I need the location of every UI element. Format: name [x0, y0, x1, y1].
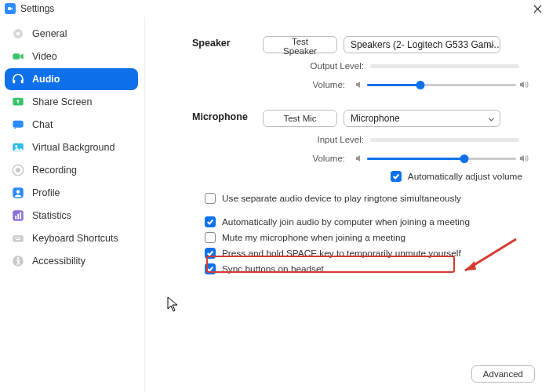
speaker-heading: Speaker: [192, 36, 263, 99]
input-level-meter: [370, 138, 519, 142]
svg-rect-17: [13, 235, 24, 241]
sync-headset-label: Sync buttons on headset: [222, 263, 324, 274]
sidebar-item-label: Virtual Background: [32, 142, 115, 153]
speaker-section: Speaker Test Speaker Speakers (2- Logite…: [192, 36, 532, 99]
auto-join-audio-checkbox[interactable]: Automatically join audio by computer whe…: [205, 216, 532, 227]
sidebar-item-label: Video: [32, 51, 57, 62]
sidebar-item-recording[interactable]: Recording: [5, 159, 138, 181]
sync-headset-checkbox[interactable]: Sync buttons on headset: [205, 263, 532, 274]
test-mic-button[interactable]: Test Mic: [263, 110, 337, 127]
svg-rect-20: [18, 238, 20, 239]
speaker-volume-slider[interactable]: [367, 78, 516, 91]
auto-join-audio-label: Automatically join audio by computer whe…: [222, 216, 470, 227]
content-pane: Speaker Test Speaker Speakers (2- Logite…: [145, 17, 549, 392]
sidebar-item-share-screen[interactable]: Share Screen: [5, 91, 138, 113]
auto-adjust-checkbox[interactable]: Automatically adjust volume: [391, 171, 522, 182]
mute-on-join-label: Mute my microphone when joining a meetin…: [222, 232, 405, 243]
sidebar-item-label: Recording: [32, 165, 77, 176]
svg-point-12: [16, 190, 20, 194]
mute-on-join-checkbox[interactable]: Mute my microphone when joining a meetin…: [205, 232, 532, 243]
microphone-section: Microphone Test Mic Microphone Input Lev…: [192, 110, 532, 182]
chevron-down-icon: [488, 42, 495, 49]
sidebar-item-keyboard-shortcuts[interactable]: Keyboard Shortcuts: [5, 227, 138, 249]
svg-point-8: [15, 145, 17, 147]
checkbox-icon: [205, 193, 216, 204]
svg-rect-4: [21, 80, 24, 84]
sidebar-item-label: Share Screen: [32, 96, 92, 107]
separate-audio-checkbox[interactable]: Use separate audio device to play ringto…: [205, 193, 532, 204]
accessibility-icon: [11, 254, 25, 268]
close-button[interactable]: [530, 2, 544, 16]
space-unmute-checkbox[interactable]: Press and hold SPACE key to temporarily …: [205, 248, 532, 259]
input-level-label: Input Level:: [318, 135, 364, 144]
keyboard-icon: [11, 231, 25, 245]
record-icon: [11, 163, 25, 177]
sidebar-item-label: Profile: [32, 187, 60, 198]
svg-rect-18: [15, 238, 16, 239]
share-screen-icon: [11, 95, 25, 109]
sidebar-item-label: Audio: [32, 74, 60, 85]
test-speaker-button[interactable]: Test Speaker: [263, 36, 337, 53]
sidebar-item-accessibility[interactable]: Accessibility: [5, 250, 138, 272]
profile-icon: [11, 186, 25, 200]
chat-icon: [11, 118, 25, 132]
volume-high-icon: [519, 154, 529, 163]
speaker-device-value: Speakers (2- Logitech G533 Gami…: [351, 39, 500, 50]
gear-icon: [11, 27, 25, 41]
volume-low-icon: [354, 80, 364, 89]
svg-rect-2: [13, 53, 20, 60]
sidebar-item-label: Accessibility: [32, 256, 85, 267]
auto-adjust-label: Automatically adjust volume: [408, 171, 522, 182]
speaker-device-select[interactable]: Speakers (2- Logitech G533 Gami…: [344, 36, 500, 53]
mic-device-value: Microphone: [351, 113, 400, 124]
svg-rect-3: [13, 80, 15, 84]
mic-volume-slider[interactable]: [367, 152, 516, 165]
svg-rect-22: [16, 239, 20, 241]
sidebar-item-general[interactable]: General: [5, 23, 138, 45]
image-icon: [11, 140, 25, 154]
chevron-down-icon: [488, 116, 495, 123]
checkbox-icon: [391, 171, 402, 182]
speaker-volume-label: Volume:: [312, 80, 345, 89]
sidebar-item-video[interactable]: Video: [5, 45, 138, 67]
checkbox-icon: [205, 263, 216, 274]
checkbox-icon: [205, 232, 216, 243]
sidebar-item-profile[interactable]: Profile: [5, 182, 138, 204]
space-unmute-label: Press and hold SPACE key to temporarily …: [222, 248, 461, 259]
headphones-icon: [11, 72, 25, 86]
sidebar-item-label: General: [32, 28, 67, 39]
svg-rect-6: [13, 121, 24, 128]
advanced-button[interactable]: Advanced: [471, 365, 535, 383]
sidebar: General Video Audio Share Screen Chat Vi…: [0, 17, 145, 392]
stats-icon: [11, 209, 25, 223]
svg-rect-21: [20, 238, 21, 239]
app-logo-icon: [5, 3, 16, 14]
sidebar-item-virtual-background[interactable]: Virtual Background: [5, 136, 138, 158]
sidebar-item-label: Chat: [32, 119, 53, 130]
separate-audio-label: Use separate audio device to play ringto…: [222, 193, 461, 204]
sidebar-item-label: Keyboard Shortcuts: [32, 233, 118, 244]
svg-rect-16: [20, 212, 21, 220]
video-icon: [11, 49, 25, 64]
titlebar: Settings: [0, 0, 549, 17]
sidebar-item-label: Statistics: [32, 210, 71, 221]
sidebar-item-audio[interactable]: Audio: [5, 68, 138, 90]
svg-point-10: [16, 168, 20, 172]
volume-high-icon: [519, 80, 529, 89]
mic-device-select[interactable]: Microphone: [344, 110, 500, 127]
svg-rect-19: [16, 238, 18, 239]
window-title: Settings: [20, 3, 54, 14]
svg-point-24: [17, 257, 20, 260]
volume-low-icon: [354, 154, 364, 163]
output-level-label: Output Level:: [311, 61, 364, 71]
sidebar-item-statistics[interactable]: Statistics: [5, 205, 138, 227]
svg-rect-15: [17, 214, 19, 220]
checkbox-icon: [205, 216, 216, 227]
output-level-meter: [370, 64, 519, 68]
svg-point-1: [16, 32, 20, 36]
mic-heading: Microphone: [192, 110, 263, 182]
svg-rect-14: [15, 216, 16, 220]
mic-volume-label: Volume:: [312, 154, 345, 163]
checkbox-icon: [205, 248, 216, 259]
sidebar-item-chat[interactable]: Chat: [5, 114, 138, 136]
